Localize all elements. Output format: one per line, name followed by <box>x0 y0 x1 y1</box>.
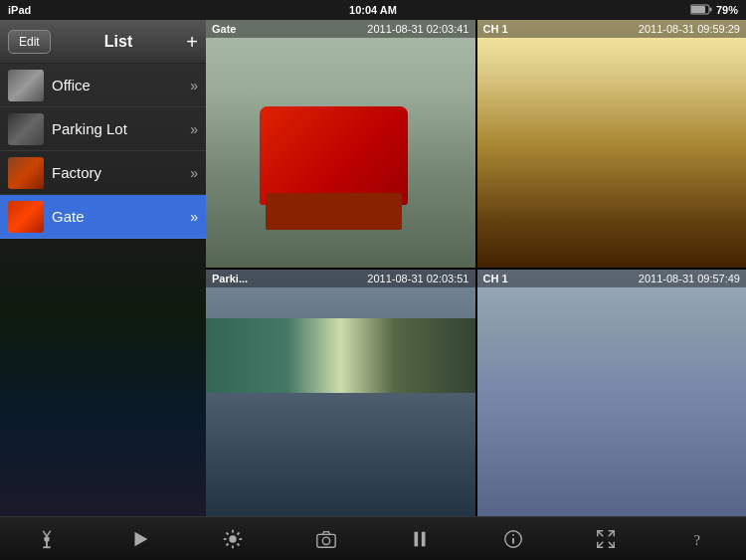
camera-overlay-gate: Gate 2011-08-31 02:03:41 <box>206 20 475 38</box>
battery-percent: 79% <box>716 4 738 16</box>
sidebar-thumb-parking <box>8 113 44 145</box>
camera-overlay-ch1: CH 1 2011-08-31 09:59:29 <box>477 20 747 38</box>
camera-ts-gate: 2011-08-31 02:03:41 <box>367 23 468 35</box>
light-button[interactable] <box>211 517 255 561</box>
camera-grid: Gate 2011-08-31 02:03:41 CH 1 2011-08-31… <box>206 20 746 516</box>
camera-feed-parking <box>206 270 475 517</box>
toolbar: ? <box>0 516 746 560</box>
fullscreen-icon <box>595 528 617 550</box>
sidebar-label-office: Office <box>52 77 190 93</box>
camera-ts-ch1b: 2011-08-31 09:57:49 <box>639 273 740 284</box>
svg-rect-2 <box>691 6 705 13</box>
sidebar-item-parking-lot[interactable]: Parking Lot » <box>0 107 206 151</box>
sidebar-header: Edit List + <box>0 20 206 64</box>
svg-line-28 <box>598 541 604 547</box>
camera-feed-gate <box>206 20 475 268</box>
info-icon <box>502 528 524 550</box>
svg-line-15 <box>238 543 240 545</box>
sidebar-label-parking: Parking Lot <box>52 120 190 137</box>
camera-label-ch1b: CH 1 <box>483 273 508 284</box>
svg-line-5 <box>47 530 51 536</box>
play-icon <box>129 528 151 550</box>
svg-point-19 <box>322 537 329 544</box>
list-title: List <box>104 33 132 51</box>
svg-rect-20 <box>414 531 418 546</box>
camera-overlay-ch1b: CH 1 2011-08-31 09:57:49 <box>477 270 747 287</box>
svg-line-26 <box>609 530 615 536</box>
battery-indicator <box>690 4 712 17</box>
sidebar-thumb-office <box>8 70 44 101</box>
edit-button[interactable]: Edit <box>8 30 51 54</box>
device-label: iPad <box>8 4 31 16</box>
chevron-icon-parking: » <box>190 121 198 137</box>
sidebar-item-factory[interactable]: Factory » <box>0 151 206 195</box>
svg-rect-1 <box>709 7 711 11</box>
camera-cell-ch1[interactable]: CH 1 2011-08-31 09:59:29 <box>477 20 747 268</box>
light-icon <box>222 528 244 550</box>
camera-ts-ch1: 2011-08-31 09:59:29 <box>639 23 740 35</box>
svg-point-24 <box>512 533 514 535</box>
main-layout: Edit List + Office » Parking Lot » Facto… <box>0 20 746 516</box>
camera-label-gate: Gate <box>212 23 236 35</box>
time-display: 10:04 AM <box>349 4 397 16</box>
info-button[interactable] <box>491 517 535 561</box>
sidebar-item-office[interactable]: Office » <box>0 64 206 107</box>
svg-line-17 <box>227 543 229 545</box>
sidebar-thumb-gate <box>8 201 44 233</box>
chevron-icon-office: » <box>190 78 198 93</box>
add-button[interactable]: + <box>186 32 198 52</box>
chevron-icon-gate: » <box>190 209 198 225</box>
camera-cell-ch1b[interactable]: CH 1 2011-08-31 09:57:49 <box>477 270 747 517</box>
chevron-icon-factory: » <box>190 165 198 181</box>
camera-icon <box>315 528 337 550</box>
camera-cell-gate[interactable]: Gate 2011-08-31 02:03:41 <box>206 20 475 268</box>
sidebar: Edit List + Office » Parking Lot » Facto… <box>0 20 206 516</box>
svg-text:?: ? <box>694 531 701 547</box>
camera-label-ch1: CH 1 <box>483 23 508 35</box>
svg-line-4 <box>43 530 47 536</box>
svg-rect-21 <box>422 531 426 546</box>
pause-button[interactable] <box>398 517 442 561</box>
sidebar-thumb-factory <box>8 157 44 189</box>
svg-line-25 <box>598 530 604 536</box>
camera-cell-parking[interactable]: Parki... 2011-08-31 02:03:51 <box>206 270 475 517</box>
svg-line-16 <box>238 532 240 534</box>
camera-overlay-parking: Parki... 2011-08-31 02:03:51 <box>206 270 475 287</box>
sidebar-label-factory: Factory <box>52 164 190 181</box>
sidebar-item-gate[interactable]: Gate » <box>0 195 206 239</box>
antenna-button[interactable] <box>25 517 69 561</box>
camera-label-parking: Parki... <box>212 273 248 284</box>
fullscreen-button[interactable] <box>584 517 628 561</box>
svg-line-27 <box>609 541 615 547</box>
svg-marker-8 <box>134 531 147 546</box>
svg-rect-18 <box>317 534 335 547</box>
svg-line-14 <box>227 532 229 534</box>
help-icon: ? <box>688 528 710 550</box>
camera-button[interactable] <box>304 517 348 561</box>
camera-feed-ch1b <box>477 270 747 517</box>
sidebar-label-gate: Gate <box>52 208 190 225</box>
camera-feed-ch1 <box>477 20 747 268</box>
help-button[interactable]: ? <box>677 517 721 561</box>
svg-point-9 <box>230 535 237 542</box>
status-bar: iPad 10:04 AM 79% <box>0 0 746 20</box>
antenna-icon <box>36 528 58 550</box>
camera-ts-parking: 2011-08-31 02:03:51 <box>367 273 468 284</box>
play-button[interactable] <box>118 517 162 561</box>
pause-icon <box>409 528 431 550</box>
